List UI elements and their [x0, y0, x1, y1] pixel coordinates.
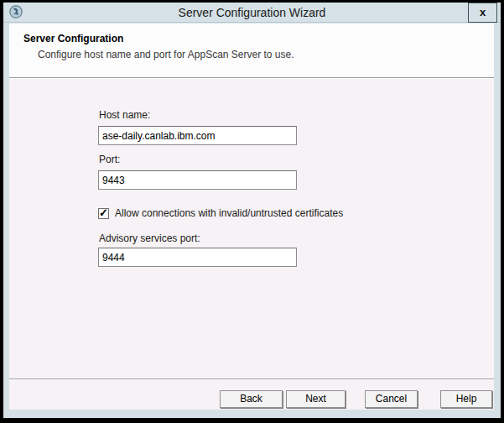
- page-title: Server Configuration: [23, 33, 494, 44]
- button-separator: [9, 379, 494, 380]
- port-label: Port:: [99, 154, 120, 165]
- host-name-label: Host name:: [99, 109, 150, 121]
- close-button[interactable]: x: [468, 3, 497, 23]
- checkmark-icon: ✓: [99, 206, 108, 219]
- next-button[interactable]: Next: [286, 390, 346, 408]
- allow-invalid-certs-row: ✓ Allow connections with invalid/untrust…: [98, 207, 343, 219]
- port-input[interactable]: [98, 170, 297, 190]
- host-name-input[interactable]: [98, 126, 297, 145]
- page-subtitle: Configure host name and port for AppScan…: [38, 49, 494, 60]
- window-title: Server Configuration Wizard: [3, 6, 501, 19]
- allow-invalid-certs-checkbox[interactable]: ✓: [98, 208, 109, 219]
- wizard-window: Server Configuration Wizard x Server Con…: [3, 3, 501, 418]
- advisory-port-input[interactable]: [98, 248, 297, 267]
- cancel-button[interactable]: Cancel: [365, 390, 418, 408]
- advisory-port-label: Advisory services port:: [99, 232, 200, 244]
- help-button[interactable]: Help: [440, 390, 492, 408]
- close-icon: x: [480, 6, 486, 18]
- dialog-body: Server Configuration Configure host name…: [9, 24, 494, 410]
- back-button[interactable]: Back: [220, 390, 283, 408]
- title-bar: Server Configuration Wizard x: [3, 3, 501, 23]
- content-area: Host name: Port: ✓ Allow connections wit…: [9, 79, 494, 410]
- allow-invalid-certs-label[interactable]: Allow connections with invalid/untrusted…: [115, 207, 343, 219]
- page-header: Server Configuration Configure host name…: [9, 24, 494, 77]
